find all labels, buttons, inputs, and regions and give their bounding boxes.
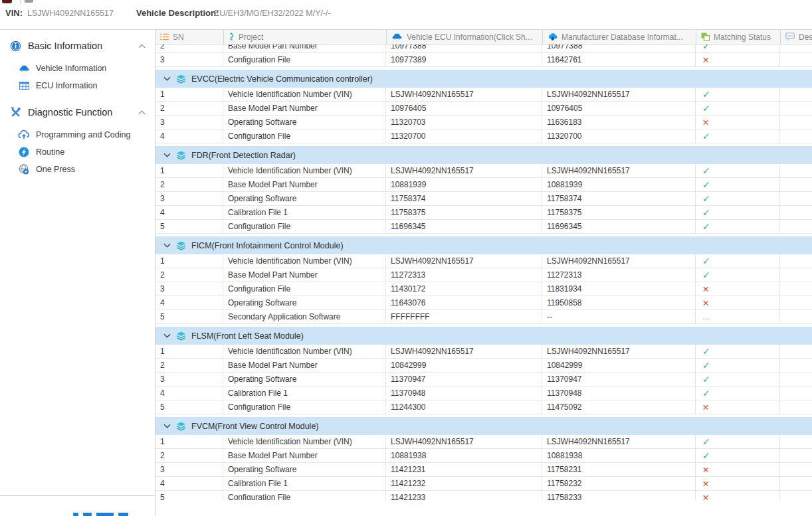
cell-project: Calibration File 1 [223, 387, 386, 400]
cell-sn: 4 [155, 387, 223, 400]
cell-ecu: LSJWH4092NN165517 [386, 254, 542, 268]
chevron-down-icon[interactable] [163, 76, 171, 81]
table-row[interactable]: 2Base Model Part Number1097738810977388✓ [155, 44, 812, 53]
table-row[interactable]: 4Configuration File1132070011320700✓ [155, 129, 812, 143]
sidebar-item-vehicle-information[interactable]: Vehicle Information [0, 60, 155, 77]
table-row[interactable]: 3Configuration File1143017211831934✕ [155, 282, 812, 296]
chevron-down-icon[interactable] [163, 153, 171, 157]
cell-db: 11642761 [542, 53, 696, 67]
chevron-down-icon[interactable] [163, 243, 171, 248]
table-row[interactable]: 5Secondary Application SoftwareFFFFFFFF-… [155, 310, 812, 324]
table-row[interactable]: 3Operating Software1137094711370947✓ [155, 373, 812, 387]
column-header-manufacturer-database-informat[interactable]: Manufacturer Database Informat... [542, 30, 696, 44]
status-check-icon: ✓ [696, 345, 780, 359]
cell-desc [780, 359, 812, 373]
column-label: SN [173, 33, 184, 42]
table-header-row: SNProjectVehicle ECU Information(Click S… [155, 29, 812, 44]
sidebar-group-diagnostic-function[interactable]: Diagnostic Function [0, 102, 155, 122]
cell-db: 10842999 [542, 359, 696, 373]
table-row[interactable]: 3Operating Software1142123111758231✕ [155, 463, 812, 477]
table-row[interactable]: 1Vehicle Identification Number (VIN)LSJW… [155, 164, 812, 178]
layers-icon [176, 422, 186, 431]
cell-desc [780, 206, 812, 220]
table-row[interactable]: 4Operating Software1164307611950858✕ [155, 296, 812, 310]
sidebar-group-basic-information[interactable]: Basic Information [0, 36, 155, 56]
cell-project: Operating Software [223, 192, 386, 206]
status-check-icon: ✓ [696, 129, 780, 143]
column-header-vehicle-ecu-information-click-sh[interactable]: Vehicle ECU Information(Click Sh... [386, 30, 542, 44]
cell-ecu: FFFFFFFF [386, 310, 542, 324]
cell-ecu: 11370947 [386, 373, 542, 387]
cell-desc [780, 282, 812, 296]
cell-project: Calibration File 1 [223, 477, 386, 491]
cell-desc [780, 296, 812, 310]
cell-sn: 3 [155, 373, 223, 387]
table-row[interactable]: 1Vehicle Identification Number (VIN)LSJW… [155, 88, 812, 102]
cell-project: Vehicle Identification Number (VIN) [223, 164, 386, 178]
table-row[interactable]: 4Calibration File 11142123211758232✕ [155, 477, 812, 491]
column-header-project[interactable]: Project [223, 30, 386, 44]
sidebar-item-one-press[interactable]: One Press [0, 161, 155, 178]
table-row[interactable]: 2Base Model Part Number1088193910881939✓ [155, 178, 812, 192]
column-header-matching-status[interactable]: Matching Status [696, 30, 780, 44]
cell-project: Base Model Part Number [223, 449, 386, 463]
cell-sn: 1 [155, 254, 223, 268]
table-row[interactable]: 5Configuration File1124430011475092✕ [155, 400, 812, 414]
cell-project: Base Model Part Number [223, 178, 386, 192]
table-row[interactable]: 1Vehicle Identification Number (VIN)LSJW… [155, 345, 812, 359]
cell-ecu: 10976405 [386, 102, 542, 116]
status-check-icon: ✓ [696, 435, 780, 449]
cell-sn: 2 [155, 449, 223, 463]
table-row[interactable]: 2Base Model Part Number1088193810881938✓ [155, 449, 812, 463]
status-check-icon: ✓ [696, 373, 780, 387]
sidebar: Basic Information Vehicle Information EC… [0, 29, 155, 496]
section-header-ficm[interactable]: FICM(Front Infotainment Control Module) [155, 236, 812, 254]
sidebar-item-routine[interactable]: Routine [0, 143, 155, 161]
cell-ecu: LSJWH4092NN165517 [386, 345, 542, 359]
table-row[interactable]: 3Operating Software1175837411758374✓ [155, 192, 812, 206]
section-header-evcc[interactable]: EVCC(Electric Vehicle Communication cont… [155, 70, 812, 88]
status-cross-icon: ✕ [696, 491, 780, 500]
table-row[interactable]: 1Vehicle Identification Number (VIN)LSJW… [155, 254, 812, 268]
sidebar-item-programming-and-coding[interactable]: Programming and Coding [0, 126, 155, 143]
car-icon [391, 33, 403, 41]
section-header-fvcm[interactable]: FVCM(Front View Control Module) [155, 417, 812, 435]
table-row[interactable]: 5Configuration File1142123311758233✕ [155, 491, 812, 500]
cell-desc [780, 345, 812, 359]
cell-db: 11758233 [542, 491, 696, 500]
column-header-sn[interactable]: SN [155, 30, 223, 44]
tools-icon [9, 107, 21, 118]
cell-desc [780, 88, 812, 102]
chevron-down-icon[interactable] [163, 424, 171, 428]
table-row[interactable]: 2Base Model Part Number1097640510976405✓ [155, 102, 812, 116]
table-row[interactable]: 4Calibration File 11137094811370948✓ [155, 387, 812, 400]
sidebar-item-ecu-information[interactable]: ECU Information [0, 77, 155, 94]
cell-project: Vehicle Identification Number (VIN) [223, 345, 386, 359]
chevron-down-icon[interactable] [163, 333, 171, 338]
cell-db: 10881939 [542, 178, 696, 192]
section-title: EVCC(Electric Vehicle Communication cont… [191, 74, 373, 84]
cell-project: Operating Software [223, 296, 386, 310]
table-row[interactable]: 4Calibration File 11175837511758375✓ [155, 206, 812, 220]
table-row[interactable]: 1Vehicle Identification Number (VIN)LSJW… [155, 435, 812, 449]
section-header-fdr[interactable]: FDR(Front Detection Radar) [155, 146, 812, 164]
status-cross-icon: ✕ [696, 282, 780, 296]
cell-project: Configuration File [223, 282, 386, 296]
table-row[interactable]: 5Configuration File1169634511696345✓ [155, 220, 812, 234]
section-title: FICM(Front Infotainment Control Module) [191, 241, 344, 250]
status-check-icon: ✓ [696, 254, 780, 268]
chevron-up-icon[interactable] [138, 110, 146, 115]
column-header-desc[interactable]: Desc [780, 30, 812, 44]
chevron-up-icon[interactable] [138, 44, 146, 48]
cell-desc [780, 463, 812, 477]
table-row[interactable]: 3Operating Software1132070311636183✕ [155, 116, 812, 129]
section-header-flsm[interactable]: FLSM(Front Left Seat Module) [155, 327, 812, 345]
sidebar-item-label: ECU Information [36, 81, 97, 90]
table-row[interactable]: 2Base Model Part Number1084299910842999✓ [155, 359, 812, 373]
cell-ecu: 11421233 [386, 491, 542, 500]
table-row[interactable]: 2Base Model Part Number1127231311272313✓ [155, 268, 812, 282]
status-check-icon: ✓ [696, 102, 780, 116]
cell-project: Base Model Part Number [223, 102, 386, 116]
cell-desc [780, 268, 812, 282]
table-row[interactable]: 3Configuration File1097738911642761✕ [155, 53, 812, 67]
